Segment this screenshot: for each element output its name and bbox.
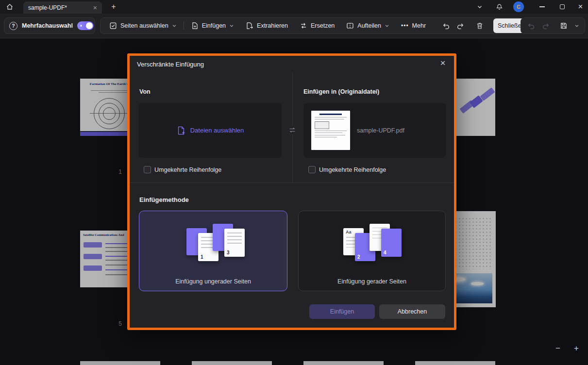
replace-label: Ersetzen	[311, 22, 335, 29]
tab-title: sample-UPDF*	[28, 4, 89, 11]
preview-decor	[315, 131, 347, 131]
page-number-badge: 3	[227, 250, 230, 255]
aa-text: Aa	[346, 230, 352, 234]
undo-button[interactable]	[438, 18, 453, 33]
titlebar: sample-UPDF* × + C ×	[0, 0, 588, 14]
reverse-order-left-row: Umgekehrte Reihenfolge	[144, 166, 221, 173]
preview-decor	[315, 137, 337, 137]
preview-decor	[315, 121, 329, 129]
notifications-button[interactable]	[492, 1, 506, 13]
preview-decor	[315, 117, 347, 117]
method-section-label: Einfügemethode	[139, 196, 189, 203]
account-button[interactable]: C	[512, 1, 525, 13]
updf-window: sample-UPDF* × + C × ? Mehrfachauswahl	[0, 0, 588, 365]
reverse-order-right-label: Umgekehrte Reihenfolge	[319, 166, 386, 173]
chevron-down-icon	[172, 23, 177, 28]
interleaved-insert-dialog: Verschränkte Einfügung × Von Einfügen in…	[127, 53, 456, 330]
history-save-group	[521, 17, 585, 34]
more-button[interactable]: ••• Mehr	[395, 18, 432, 33]
help-button[interactable]: ?	[9, 22, 17, 30]
new-tab-button[interactable]: +	[108, 1, 119, 13]
extract-button[interactable]: Extrahieren	[240, 18, 294, 33]
dialog-close-button[interactable]: ×	[437, 58, 448, 68]
undo-icon	[527, 22, 535, 30]
select-pages-button[interactable]: Seiten auswählen	[103, 18, 183, 33]
replace-icon	[300, 22, 307, 30]
window-minimize-button[interactable]	[533, 1, 551, 13]
chevron-down-icon	[229, 23, 234, 28]
split-icon	[346, 22, 354, 30]
dialog-title: Verschränkte Einfügung	[137, 61, 204, 68]
chevron-down-icon	[574, 23, 579, 28]
reverse-order-left-checkbox[interactable]	[144, 166, 151, 173]
toggle-knob	[86, 22, 93, 29]
target-file-box: sample-UPDF.pdf	[303, 103, 446, 158]
multiselect-label: Mehrfachauswahl	[22, 22, 73, 29]
preview-decor	[319, 114, 342, 115]
redo-button[interactable]	[453, 18, 468, 33]
file-plus-icon	[176, 126, 186, 135]
method-odd-label: Einfügung ungerader Seiten	[139, 278, 287, 285]
multiselect-toggle[interactable]	[77, 21, 94, 30]
illustration-page: 3	[224, 229, 245, 257]
horizontal-divider	[130, 182, 454, 183]
insert-button[interactable]: Einfügen	[185, 18, 240, 33]
redo-icon	[456, 22, 465, 30]
split-button[interactable]: Aufteilen	[340, 18, 395, 33]
illustration-page: 4	[381, 229, 402, 257]
window-close-button[interactable]: ×	[573, 1, 588, 13]
insert-confirm-button[interactable]: Einfügen	[309, 304, 375, 319]
save-options-button[interactable]	[573, 18, 580, 33]
page-tools-group: Seiten auswählen Einfügen Extrahieren Er…	[100, 17, 522, 34]
reverse-order-right-checkbox[interactable]	[308, 166, 316, 173]
cancel-button[interactable]: Abbrechen	[379, 304, 445, 319]
reverse-order-left-label: Umgekehrte Reihenfolge	[154, 166, 221, 173]
zoom-in-button[interactable]: +	[570, 342, 583, 355]
home-button[interactable]	[3, 1, 17, 13]
maximize-icon	[560, 4, 565, 9]
insert-label: Einfügen	[202, 22, 226, 29]
choose-files-label: Dateien auswählen	[190, 127, 244, 134]
redo-button-disabled[interactable]	[541, 18, 552, 33]
link-pages-icon[interactable]	[288, 126, 297, 134]
reverse-order-right-row: Umgekehrte Reihenfolge	[308, 166, 386, 173]
chevron-down-icon	[385, 23, 389, 28]
toggle-track-dot	[80, 25, 82, 27]
method-even-pages-card[interactable]: Aa 2 4 Einfügung gerader Seiten	[298, 211, 446, 291]
titlebar-chevron-button[interactable]	[473, 1, 487, 13]
toolbar-divider	[184, 21, 184, 30]
delete-button[interactable]	[472, 18, 487, 33]
more-dots-icon: •••	[401, 22, 409, 29]
page-number-badge: 1	[201, 254, 203, 260]
page-number-badge: 4	[384, 250, 386, 255]
multiselect-group: ? Mehrfachauswahl	[4, 17, 95, 34]
extract-label: Extrahieren	[257, 22, 288, 29]
page-organize-toolbar: ? Mehrfachauswahl Seiten auswählen Einfü…	[0, 14, 588, 38]
preview-decor	[315, 119, 344, 119]
avatar: C	[513, 1, 524, 12]
document-tab[interactable]: sample-UPDF* ×	[23, 1, 102, 14]
method-even-label: Einfügung gerader Seiten	[299, 278, 445, 285]
minimize-icon	[539, 6, 545, 7]
chevron-down-icon	[477, 4, 483, 10]
bell-icon	[496, 3, 503, 11]
trash-icon	[476, 22, 484, 30]
method-odd-pages-card[interactable]: 1 3 Einfügung ungerader Seiten	[139, 211, 287, 291]
file-dropzone[interactable]: Dateien auswählen	[138, 103, 282, 158]
preview-decor	[315, 133, 342, 133]
more-label: Mehr	[412, 22, 426, 29]
window-maximize-button[interactable]	[554, 1, 571, 13]
tab-close-icon[interactable]: ×	[93, 4, 97, 11]
target-file-preview	[311, 111, 350, 150]
undo-button-disabled[interactable]	[526, 18, 537, 33]
replace-button[interactable]: Ersetzen	[294, 18, 340, 33]
page-lines	[227, 232, 242, 245]
home-icon	[6, 3, 14, 11]
extract-icon	[246, 22, 253, 30]
insert-page-icon	[191, 22, 199, 30]
zoom-out-button[interactable]: −	[552, 342, 564, 355]
split-label: Aufteilen	[357, 22, 381, 29]
undo-icon	[442, 22, 450, 30]
select-pages-icon	[109, 22, 117, 30]
save-button[interactable]	[559, 18, 570, 33]
